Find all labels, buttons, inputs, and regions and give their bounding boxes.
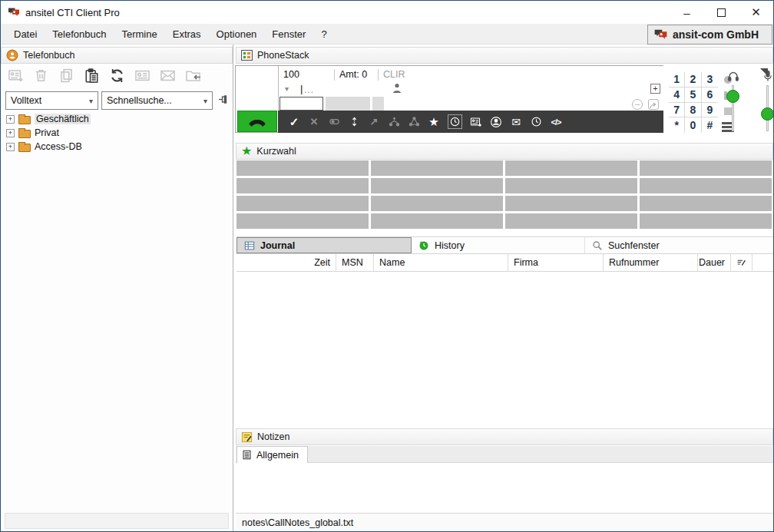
pin-icon[interactable] — [217, 93, 230, 105]
tab-journal[interactable]: Journal — [237, 237, 412, 253]
speed-dial-button[interactable] — [640, 196, 772, 211]
tree-item-label: Geschäftlich — [35, 114, 91, 124]
column-firma[interactable]: Firma — [508, 254, 604, 271]
close-button[interactable]: ✕ — [739, 1, 773, 24]
transfer-icon[interactable] — [388, 116, 400, 128]
line-slot-active[interactable] — [280, 97, 323, 111]
add-contact-icon[interactable] — [8, 68, 24, 84]
add-contact-icon[interactable] — [470, 116, 482, 128]
import-folder-icon[interactable] — [185, 68, 201, 84]
chevron-down-icon[interactable]: ▾ — [285, 84, 289, 93]
speed-dial-button[interactable] — [371, 196, 503, 211]
speed-dial-button[interactable] — [640, 178, 772, 193]
dialpad-key-1[interactable]: 1 — [669, 72, 685, 88]
headset-volume-slider[interactable] — [726, 70, 741, 135]
code-icon[interactable]: </> — [550, 116, 562, 128]
paste-icon[interactable] — [84, 68, 100, 84]
dialpad-key-hash[interactable]: # — [702, 117, 718, 133]
speed-dial-button[interactable] — [237, 160, 369, 176]
speed-dial-button[interactable] — [237, 213, 369, 229]
column-msn[interactable]: MSN — [336, 254, 374, 271]
dial-number-input[interactable]: ... — [304, 84, 314, 95]
expand-icon[interactable]: + — [6, 115, 15, 124]
speed-dial-button[interactable] — [371, 178, 503, 193]
dialpad-key-star[interactable]: * — [669, 117, 685, 133]
tab-history[interactable]: History — [412, 237, 585, 253]
column-notes-icon[interactable] — [731, 254, 752, 271]
email-icon[interactable]: ✉ — [510, 116, 522, 128]
microphone-volume-slider[interactable] — [760, 70, 774, 135]
speed-dial-button[interactable] — [237, 178, 369, 193]
tree-item-privat[interactable]: + Privat — [6, 126, 230, 140]
dialpad-key-6[interactable]: 6 — [702, 88, 718, 103]
search-mode-select[interactable]: Volltext ▾ — [5, 91, 98, 110]
speed-dial-button[interactable] — [505, 178, 637, 193]
tab-allgemein[interactable]: Allgemein — [237, 446, 308, 463]
column-name[interactable]: Name — [374, 254, 508, 271]
slider-knob[interactable] — [761, 107, 774, 121]
speed-dial-button[interactable] — [371, 213, 503, 229]
speed-dial-button[interactable] — [505, 160, 637, 176]
menu-extras[interactable]: Extras — [165, 24, 209, 44]
accept-icon[interactable]: ✓ — [288, 116, 300, 128]
dialpad-key-8[interactable]: 8 — [685, 103, 701, 118]
email-icon[interactable] — [160, 68, 176, 84]
add-line-button[interactable]: + — [650, 84, 660, 94]
tree-item-geschaeftlich[interactable]: + Geschäftlich — [6, 112, 230, 126]
tree-item-access-db[interactable]: + Access-DB — [6, 140, 230, 154]
journal-table-body[interactable] — [237, 272, 773, 428]
toggle-icon[interactable] — [328, 116, 340, 128]
call-button[interactable] — [237, 111, 277, 132]
slider-knob[interactable] — [726, 90, 739, 103]
speed-dial-button[interactable] — [640, 160, 772, 176]
dialpad-key-4[interactable]: 4 — [669, 88, 685, 103]
dialpad-key-2[interactable]: 2 — [685, 72, 701, 88]
speed-dial-button[interactable] — [237, 196, 369, 211]
menu-termine[interactable]: Termine — [114, 24, 164, 44]
tab-suchfenster[interactable]: Suchfenster — [585, 237, 773, 253]
app-window: ansitel CTI Client Pro – ✕ Datei Telefon… — [0, 0, 774, 532]
menu-fenster[interactable]: Fenster — [264, 24, 313, 44]
quicksearch-select[interactable]: Schnellsuche... ▾ — [101, 91, 213, 110]
refresh-icon[interactable] — [109, 68, 125, 84]
contact-card-icon[interactable] — [134, 68, 150, 84]
notes-editor[interactable] — [236, 463, 773, 513]
expand-icon[interactable]: + — [6, 143, 15, 151]
redial-history-icon[interactable] — [448, 114, 462, 129]
swap-calls-icon[interactable] — [348, 116, 360, 128]
expand-icon[interactable]: + — [6, 129, 15, 137]
dialpad-key-3[interactable]: 3 — [702, 72, 718, 88]
copy-icon[interactable] — [58, 68, 74, 84]
column-dauer[interactable]: Dauer — [698, 254, 731, 271]
speed-dial-button[interactable] — [505, 213, 637, 229]
line-slot[interactable] — [326, 97, 370, 111]
dialpad-key-5[interactable]: 5 — [685, 88, 701, 103]
line-slot[interactable] — [372, 97, 384, 111]
maximize-button[interactable] — [704, 1, 739, 24]
column-rufnummer[interactable]: Rufnummer — [604, 254, 698, 271]
speed-dial-button[interactable] — [640, 213, 772, 229]
menu-telefonbuch[interactable]: Telefonbuch — [45, 24, 114, 44]
remove-line-button[interactable]: – — [632, 99, 643, 110]
forward-icon[interactable]: ↗ — [368, 116, 380, 128]
reject-icon[interactable]: ✕ — [308, 116, 320, 128]
brand-button[interactable]: ansit-com GmbH — [647, 25, 772, 45]
menu-optionen[interactable]: Optionen — [209, 24, 265, 44]
menu-hilfe[interactable]: ? — [313, 24, 334, 44]
dialpad-key-9[interactable]: 9 — [702, 103, 718, 118]
dialpad-key-0[interactable]: 0 — [685, 117, 701, 133]
dialpad-key-7[interactable]: 7 — [669, 103, 685, 118]
delete-icon[interactable] — [33, 68, 49, 84]
resize-grip-icon[interactable] — [760, 68, 768, 76]
conference-icon[interactable] — [408, 116, 420, 128]
speed-dial-button[interactable] — [505, 196, 637, 211]
menu-datei[interactable]: Datei — [6, 24, 45, 44]
window-title: ansitel CTI Client Pro — [25, 7, 120, 18]
minimize-button[interactable]: – — [670, 1, 704, 24]
contact-icon[interactable] — [490, 116, 502, 128]
speed-dial-button[interactable] — [371, 160, 503, 176]
redirect-button[interactable] — [648, 99, 659, 110]
column-zeit[interactable]: Zeit — [237, 254, 336, 271]
history-icon[interactable] — [530, 116, 542, 128]
favorite-icon[interactable]: ★ — [428, 116, 440, 128]
